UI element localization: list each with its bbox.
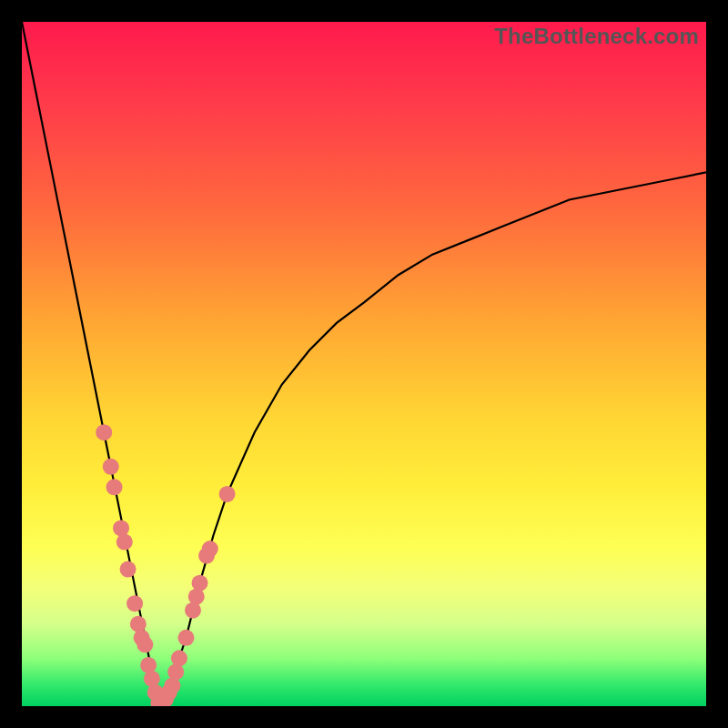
sample-point-marker [192, 575, 208, 592]
sample-points-group [96, 424, 235, 706]
sample-point-marker [144, 671, 160, 687]
sample-point-marker [106, 479, 123, 495]
sample-point-marker [177, 630, 194, 646]
bottleneck-curve [22, 22, 706, 706]
watermark-text: TheBottleneck.com [494, 24, 699, 49]
sample-point-marker [185, 602, 201, 619]
sample-point-marker [96, 424, 112, 440]
sample-point-marker [140, 657, 157, 673]
sample-point-marker [219, 486, 236, 502]
sample-point-marker [167, 663, 184, 680]
sample-point-marker [136, 636, 153, 652]
plot-frame: TheBottleneck.com [22, 22, 706, 706]
sample-point-marker [126, 595, 143, 612]
sample-point-marker [188, 589, 205, 605]
sample-point-marker [164, 677, 180, 693]
sample-point-marker [171, 650, 187, 666]
sample-point-marker [103, 459, 119, 475]
sample-point-marker [116, 534, 133, 551]
chart-svg [22, 22, 706, 706]
sample-point-marker [113, 520, 129, 536]
sample-point-marker [130, 616, 147, 632]
sample-point-marker [202, 541, 218, 557]
sample-point-marker [120, 561, 136, 578]
